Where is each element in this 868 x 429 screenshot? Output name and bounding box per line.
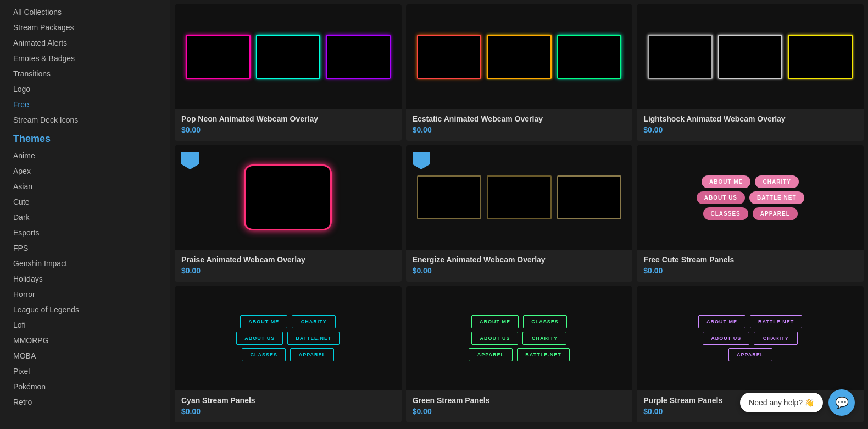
product-thumbnail [637,4,864,109]
sidebar-item-emotes---badges[interactable]: Emotes & Badges [9,51,170,66]
product-card[interactable]: Ecstatic Animated Webcam Overlay$0.00 [406,4,633,141]
sidebar-theme-league-of-legends[interactable]: League of Legends [9,302,170,317]
sidebar-theme-retro[interactable]: Retro [9,394,170,410]
panel-button: CLASSES [523,315,567,328]
help-bubble: Need any help? 👋 [740,393,823,413]
sidebar-theme-fps[interactable]: FPS [9,240,170,256]
product-info: Pop Neon Animated Webcam Overlay$0.00 [175,109,402,141]
cam-frame [487,175,552,219]
product-price: $0.00 [643,125,857,134]
product-info: Green Stream Panels$0.00 [406,391,633,422]
panel-button: APPAREL [753,207,798,220]
sidebar-theme-cute[interactable]: Cute [9,194,170,210]
help-widget: Need any help? 👋 💬 [740,389,855,416]
product-title: Pop Neon Animated Webcam Overlay [181,114,395,123]
product-price: $0.00 [643,266,857,275]
product-card[interactable]: ABOUT ME CHARITY ABOUT US BATTLE NET CLA… [637,145,864,282]
product-price: $0.00 [413,407,626,416]
panel-button: ABOUT US [471,332,518,345]
sidebar-menu: All CollectionsStream PackagesAnimated A… [9,4,170,128]
product-title: Praise Animated Webcam Overlay [181,255,395,264]
product-thumbnail [406,4,633,109]
sidebar-item-all-collections[interactable]: All Collections [9,4,170,20]
product-title: Energize Animated Webcam Overlay [413,255,626,264]
sidebar-theme-holidays[interactable]: Holidays [9,271,170,287]
themes-list: AnimeApexAsianCuteDarkEsportsFPSGenshin … [9,148,170,410]
cam-frame [417,35,482,79]
product-card[interactable]: Pop Neon Animated Webcam Overlay$0.00 [175,4,402,141]
cam-frame [487,35,552,79]
sidebar-theme-pok-mon[interactable]: Pokémon [9,379,170,394]
sidebar-theme-anime[interactable]: Anime [9,148,170,163]
cam-frame [557,35,622,79]
product-card[interactable]: ABOUT ME CLASSES ABOUT US CHARITY APPARE… [406,286,633,422]
product-price: $0.00 [181,407,395,416]
panel-button: APPAREL [728,348,772,361]
panel-button: CHARITY [522,332,566,345]
product-title: Cyan Stream Panels [181,396,395,405]
product-info: Lightshock Animated Webcam Overlay$0.00 [637,109,864,141]
sidebar-theme-mmorpg[interactable]: MMORPG [9,333,170,348]
sidebar-theme-genshin-impact[interactable]: Genshin Impact [9,256,170,271]
cam-frame [718,35,783,79]
panel-button: ABOUT ME [702,175,750,188]
panel-button: CLASSES [242,348,286,361]
cam-frame-large [244,164,332,230]
panel-button: BATTLE.NET [287,332,340,345]
sidebar-item-animated-alerts[interactable]: Animated Alerts [9,35,170,51]
product-card[interactable]: ABOUT ME CHARITY ABOUT US BATTLE.NET CLA… [175,286,402,422]
sidebar: All CollectionsStream PackagesAnimated A… [0,0,170,429]
themes-title: Themes [9,128,170,148]
sidebar-item-transitions[interactable]: Transitions [9,66,170,81]
panel-button: CHARITY [292,315,336,328]
product-thumbnail [406,145,633,250]
panel-button: BATTLE NET [749,191,804,204]
sidebar-theme-lofi[interactable]: Lofi [9,317,170,333]
product-title: Lightshock Animated Webcam Overlay [643,114,857,123]
panel-button: ABOUT ME [471,315,519,328]
sidebar-themes: Themes AnimeApexAsianCuteDarkEsportsFPSG… [9,128,170,410]
product-card[interactable]: Praise Animated Webcam Overlay$0.00 [175,145,402,282]
panel-button: ABOUT US [697,191,745,204]
product-card[interactable]: Lightshock Animated Webcam Overlay$0.00 [637,4,864,141]
sidebar-item-logo[interactable]: Logo [9,81,170,97]
sidebar-theme-apex[interactable]: Apex [9,163,170,179]
product-title: Green Stream Panels [413,396,626,405]
product-thumbnail: ABOUT ME BATTLE NET ABOUT US CHARITY APP… [637,286,864,391]
sidebar-theme-horror[interactable]: Horror [9,287,170,302]
cam-frame [256,35,321,79]
cam-frame [326,35,391,79]
product-card[interactable]: Energize Animated Webcam Overlay$0.00 [406,145,633,282]
sidebar-item-free[interactable]: Free [9,97,170,112]
sidebar-theme-pixel[interactable]: Pixel [9,364,170,379]
panel-button: CHARITY [755,175,799,188]
product-thumbnail: ABOUT ME CLASSES ABOUT US CHARITY APPARE… [406,286,633,391]
sidebar-item-stream-deck-icons[interactable]: Stream Deck Icons [9,112,170,128]
panel-button: CHARITY [754,332,798,345]
product-price: $0.00 [413,266,626,275]
cam-frame [788,35,853,79]
sidebar-item-stream-packages[interactable]: Stream Packages [9,20,170,35]
sidebar-theme-dark[interactable]: Dark [9,210,170,225]
product-info: Cyan Stream Panels$0.00 [175,391,402,422]
panel-button: ABOUT ME [698,315,745,328]
product-info: Free Cute Stream Panels$0.00 [637,250,864,282]
panel-button: APPAREL [469,348,513,361]
panel-button: CLASSES [703,207,748,220]
product-grid: Pop Neon Animated Webcam Overlay$0.00 Ec… [175,4,864,422]
panel-button: ABOUT ME [240,315,287,328]
product-info: Ecstatic Animated Webcam Overlay$0.00 [406,109,633,141]
main-content: Pop Neon Animated Webcam Overlay$0.00 Ec… [170,0,868,429]
sidebar-theme-esports[interactable]: Esports [9,225,170,240]
product-info: Praise Animated Webcam Overlay$0.00 [175,250,402,282]
product-price: $0.00 [181,266,395,275]
sidebar-theme-moba[interactable]: MOBA [9,348,170,364]
product-price: $0.00 [413,125,626,134]
sidebar-theme-asian[interactable]: Asian [9,179,170,194]
product-info: Energize Animated Webcam Overlay$0.00 [406,250,633,282]
product-title: Free Cute Stream Panels [643,255,857,264]
cam-frame [648,35,713,79]
cam-frame [186,35,251,79]
cam-frame [417,175,482,219]
help-chat-button[interactable]: 💬 [828,389,855,416]
